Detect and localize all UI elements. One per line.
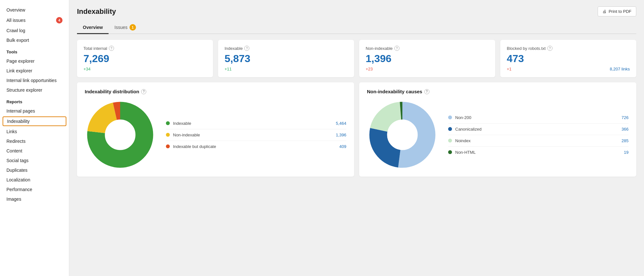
legend-item: Canonicalized 366: [448, 124, 629, 135]
main-header: Indexability 🖨 Print to PDF: [77, 6, 636, 16]
sidebar-label: Localization: [6, 177, 30, 182]
sidebar-item-internal-pages[interactable]: Internal pages: [0, 106, 69, 116]
main-content: Indexability 🖨 Print to PDF OverviewIssu…: [69, 0, 644, 276]
indexability-legend: Indexable 5,464 Non-indexable 1,396 Inde…: [166, 118, 346, 152]
sidebar-tools-title: Tools: [0, 45, 69, 56]
legend-dot: [166, 144, 170, 148]
stat-delta-total-internal: +34: [83, 67, 91, 71]
legend-dot: [448, 115, 452, 119]
legend-dot: [448, 139, 452, 143]
stats-row: Total internal ? 7,269 +34 Indexable ? 5…: [77, 40, 636, 77]
tab-issues[interactable]: Issues1: [109, 22, 141, 34]
sidebar-label: Performance: [6, 187, 32, 192]
sidebar-label: Links: [6, 129, 17, 134]
sidebar-item-crawl-log[interactable]: Crawl log: [0, 26, 69, 35]
tabs-bar: OverviewIssues1: [77, 22, 636, 34]
sidebar-item-duplicates[interactable]: Duplicates: [0, 165, 69, 175]
sidebar-label: Overview: [6, 7, 25, 13]
sidebar-label: All issues: [6, 18, 25, 23]
sidebar-item-localization[interactable]: Localization: [0, 175, 69, 185]
stat-footer-indexable: +11: [225, 67, 348, 71]
stat-delta-blocked-robots: +1: [507, 67, 512, 71]
stat-delta-non-indexable: +23: [366, 67, 373, 71]
stat-link-blocked-robots[interactable]: 8,207 links: [610, 67, 630, 71]
non-indexability-causes-title: Non-indexability causes ?: [367, 89, 629, 94]
tab-overview[interactable]: Overview: [77, 22, 109, 34]
stat-card-total-internal: Total internal ? 7,269 +34: [77, 40, 213, 77]
stat-card-non-indexable: Non-indexable ? 1,396 +23: [359, 40, 495, 77]
tab-badge-issues: 1: [130, 24, 136, 31]
sidebar-item-overview[interactable]: Overview: [0, 5, 69, 15]
sidebar-label: Structure explorer: [6, 87, 42, 93]
legend-dot: [166, 133, 170, 137]
help-icon-blocked-robots[interactable]: ?: [547, 46, 553, 51]
help-icon-2[interactable]: ?: [424, 89, 429, 94]
indexability-donut-svg: [85, 99, 156, 170]
badge-all-issues: 4: [56, 17, 62, 23]
legend-item: Indexable but duplicate 409: [166, 141, 346, 152]
non-indexability-donut: [367, 99, 438, 170]
stat-value-non-indexable: 1,396: [366, 53, 489, 65]
non-indexability-legend: Non-200 726 Canonicalized 366 Noindex 28…: [448, 112, 629, 158]
sidebar-item-performance[interactable]: Performance: [0, 185, 69, 194]
help-icon[interactable]: ?: [141, 89, 146, 94]
non-indexability-causes-content: Non-200 726 Canonicalized 366 Noindex 28…: [367, 99, 629, 170]
legend-label: Non-indexable: [173, 133, 332, 137]
sidebar-item-links[interactable]: Links: [0, 127, 69, 136]
legend-label: Non-200: [455, 115, 618, 120]
tab-label: Overview: [83, 25, 103, 30]
legend-value: 285: [621, 138, 629, 143]
legend-value: 726: [621, 115, 629, 120]
sidebar-item-structure-explorer[interactable]: Structure explorer: [0, 85, 69, 95]
legend-label: Canonicalized: [455, 127, 618, 132]
stat-footer-total-internal: +34: [83, 67, 207, 71]
legend-value: 409: [339, 144, 346, 149]
stat-label-non-indexable: Non-indexable ?: [366, 46, 489, 51]
legend-label: Indexable but duplicate: [173, 144, 336, 149]
svg-point-8: [387, 120, 418, 150]
sidebar-item-images[interactable]: Images: [0, 194, 69, 204]
stat-delta-indexable: +11: [225, 67, 232, 71]
help-icon-total-internal[interactable]: ?: [109, 46, 114, 51]
sidebar-item-internal-link-opp[interactable]: Internal link opportunities: [0, 76, 69, 85]
indexability-distribution-title: Indexability distribution ?: [85, 89, 346, 94]
help-icon-non-indexable[interactable]: ?: [394, 46, 399, 51]
legend-value: 5,464: [336, 121, 346, 126]
legend-dot: [448, 150, 452, 154]
legend-value: 1,396: [336, 133, 346, 137]
legend-item: Indexable 5,464: [166, 118, 346, 129]
sidebar-label: Bulk export: [6, 38, 29, 43]
stat-label-indexable: Indexable ?: [225, 46, 348, 51]
print-to-pdf-button[interactable]: 🖨 Print to PDF: [598, 6, 636, 16]
stat-footer-non-indexable: +23: [366, 67, 489, 71]
sidebar-label: Duplicates: [6, 168, 27, 173]
sidebar-label: Internal pages: [6, 108, 35, 114]
sidebar-item-indexability[interactable]: Indexability: [3, 116, 66, 126]
sidebar-item-all-issues[interactable]: All issues4: [0, 15, 69, 26]
legend-value: 366: [621, 127, 629, 132]
charts-row: Indexability distribution ?: [77, 82, 636, 177]
stat-card-blocked-robots: Blocked by robots.txt ? 473 +1 8,207 lin…: [500, 40, 636, 77]
sidebar-item-page-explorer[interactable]: Page explorer: [0, 56, 69, 66]
sidebar-label: Internal link opportunities: [6, 78, 57, 83]
sidebar-item-redirects[interactable]: Redirects: [0, 136, 69, 146]
sidebar-item-social-tags[interactable]: Social tags: [0, 156, 69, 165]
sidebar-label: Crawl log: [6, 28, 25, 33]
legend-label: Indexable: [173, 121, 332, 126]
legend-item: Non-indexable 1,396: [166, 129, 346, 141]
legend-value: 19: [624, 150, 629, 155]
sidebar-label: Page explorer: [6, 59, 34, 64]
svg-point-3: [105, 120, 135, 150]
sidebar-item-bulk-export[interactable]: Bulk export: [0, 35, 69, 45]
sidebar-label: Redirects: [6, 139, 25, 144]
sidebar-item-content[interactable]: Content: [0, 146, 69, 156]
sidebar-label: Indexability: [7, 119, 30, 124]
legend-label: Non-HTML: [455, 150, 621, 155]
help-icon-indexable[interactable]: ?: [244, 46, 249, 51]
stat-card-indexable: Indexable ? 5,873 +11: [218, 40, 354, 77]
legend-dot: [166, 121, 170, 125]
sidebar-item-link-explorer[interactable]: Link explorer: [0, 66, 69, 76]
page-title: Indexability: [77, 7, 116, 16]
stat-value-indexable: 5,873: [225, 53, 348, 65]
non-indexability-donut-svg: [367, 99, 438, 170]
